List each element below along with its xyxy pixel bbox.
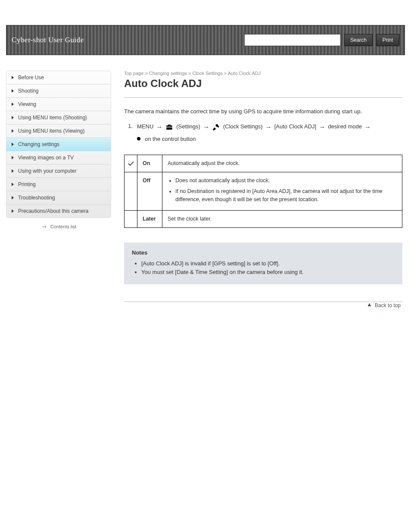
arrow-right-icon: → — [319, 122, 325, 132]
chevron-right-icon — [12, 156, 14, 159]
table-row: On Automatically adjust the clock. — [125, 155, 402, 172]
step-subline-text: on the control button — [145, 135, 196, 144]
sidebar-item-label: Using MENU items (Viewing) — [18, 128, 84, 134]
sidebar-item-changing-settings[interactable]: Changing settings — [6, 138, 111, 151]
row-label: Off — [143, 177, 150, 184]
arrow-right-icon: → — [364, 122, 371, 132]
menu-part: (Clock Settings) — [223, 122, 263, 131]
row-desc: Automatically adjust the clock. — [168, 160, 240, 166]
list-item: Does not automatically adjust the clock. — [175, 177, 397, 185]
row-desc: Set the clock later. — [168, 216, 212, 222]
arrow-right-icon: → — [41, 223, 48, 230]
arrow-right-icon: → — [265, 122, 272, 132]
row-desc-cell: Does not automatically adjust the clock.… — [162, 172, 402, 211]
menu-part: MENU — [137, 122, 153, 131]
sidebar-item-label: Troubleshooting — [18, 195, 55, 201]
chevron-right-icon — [12, 143, 14, 146]
procedure-steps: 1. MENU → (Settings) → (Clock Settings — [124, 122, 402, 144]
header-bar: Cyber-shot User Guide Search Print — [6, 25, 405, 55]
back-to-top[interactable]: ▲ Back to top — [124, 302, 402, 308]
sidebar-item-printing[interactable]: Printing — [6, 178, 111, 191]
triangle-up-icon: ▲ — [367, 301, 372, 308]
sidebar-item-menu-viewing[interactable]: Using MENU items (Viewing) — [6, 124, 111, 138]
arrow-right-icon: → — [203, 122, 209, 132]
list-item: If no Destination is registered in [Auto… — [175, 187, 397, 204]
chevron-right-icon — [12, 89, 14, 93]
menu-part: (Settings) — [176, 122, 200, 131]
arrow-right-icon: → — [156, 122, 162, 132]
sidebar-item-label: Viewing — [18, 101, 36, 107]
menu-path: MENU → (Settings) → (Clock Settings) → [… — [137, 122, 371, 132]
sidebar-item-menu-shooting[interactable]: Using MENU items (Shooting) — [6, 111, 111, 124]
settings-table: On Automatically adjust the clock. Off D… — [124, 155, 402, 228]
chevron-right-icon — [12, 183, 14, 186]
chevron-right-icon — [12, 129, 14, 133]
row-desc-cell: Automatically adjust the clock. — [162, 155, 402, 172]
list-item: [Auto Clock ADJ] is invalid if [GPS sett… — [141, 259, 395, 268]
sidebar-item-viewing-tv[interactable]: Viewing images on a TV — [6, 151, 111, 165]
breadcrumb: Top page > Changing settings > Clock Set… — [124, 71, 402, 76]
chevron-right-icon — [12, 116, 14, 119]
row-label-cell: Later — [137, 211, 162, 228]
row-desc-list: Does not automatically adjust the clock.… — [168, 177, 397, 203]
sidebar-item-label: Using with your computer — [18, 168, 76, 174]
menu-part: [Auto Clock ADJ] — [274, 122, 317, 131]
brand-title: Cyber-shot User Guide — [12, 36, 84, 44]
row-icon-cell — [125, 211, 137, 228]
sidebar-item-label: Changing settings — [18, 141, 59, 147]
sidebar-item-label: Shooting — [18, 88, 38, 94]
header-controls: Search Print — [244, 34, 399, 46]
procedure-step: 1. MENU → (Settings) → (Clock Settings — [124, 122, 402, 144]
sidebar-item-label: Before Use — [18, 75, 44, 81]
notes-box: Notes [Auto Clock ADJ] is invalid if [GP… — [124, 243, 402, 284]
sidebar-item-shooting[interactable]: Shooting — [6, 84, 111, 98]
row-label-cell: Off — [137, 172, 162, 211]
toolbox-icon — [165, 123, 174, 131]
row-icon-cell — [125, 155, 137, 172]
sidebar-item-label: Printing — [18, 181, 36, 187]
sidebar-item-label: Viewing images on a TV — [18, 155, 74, 161]
tools-icon — [212, 123, 221, 131]
row-desc-cell: Set the clock later. — [162, 211, 402, 228]
back-to-top-label: Back to top — [375, 302, 401, 308]
sidebar-item-label: Precautions/About this camera — [18, 208, 88, 214]
list-item: You must set [Date & Time Setting] on th… — [141, 268, 395, 277]
sidebar-nav: Before Use Shooting Viewing Using MENU i… — [6, 71, 111, 218]
sidebar-item-label: Using MENU items (Shooting) — [18, 115, 87, 121]
sidebar-item-precautions[interactable]: Precautions/About this camera — [6, 205, 111, 218]
notes-heading: Notes — [132, 249, 395, 256]
chevron-right-icon — [12, 169, 14, 173]
contents-list-link[interactable]: → Contents list — [6, 223, 111, 230]
check-icon — [127, 160, 135, 166]
table-row: Off Does not automatically adjust the cl… — [125, 172, 402, 211]
chevron-right-icon — [12, 103, 14, 106]
sidebar: Before Use Shooting Viewing Using MENU i… — [6, 71, 111, 308]
row-label-cell: On — [137, 155, 162, 172]
chevron-right-icon — [12, 76, 14, 79]
divider — [124, 97, 402, 98]
page-title: Auto Clock ADJ — [124, 78, 402, 90]
chevron-right-icon — [12, 196, 14, 199]
print-button[interactable]: Print — [376, 34, 399, 46]
sidebar-item-computer[interactable]: Using with your computer — [6, 165, 111, 178]
sidebar-item-viewing[interactable]: Viewing — [6, 98, 111, 111]
step-subline: on the control button — [137, 135, 402, 144]
step-number: 1. — [124, 122, 133, 131]
sidebar-item-troubleshooting[interactable]: Troubleshooting — [6, 191, 111, 205]
sidebar-item-before-use[interactable]: Before Use — [6, 71, 111, 84]
menu-part: desired mode — [328, 122, 362, 131]
search-button[interactable]: Search — [344, 34, 373, 46]
row-label: Later — [143, 216, 156, 222]
intro-text: The camera maintains the correct time by… — [124, 107, 402, 116]
notes-list: [Auto Clock ADJ] is invalid if [GPS sett… — [132, 259, 395, 277]
chevron-right-icon — [12, 209, 14, 213]
row-icon-cell — [125, 172, 137, 211]
row-label: On — [143, 160, 150, 166]
bullet-icon — [137, 137, 140, 140]
table-row: Later Set the clock later. — [125, 211, 402, 228]
main-content: Top page > Changing settings > Clock Set… — [124, 71, 402, 308]
search-input[interactable] — [244, 34, 341, 46]
contents-list-label: Contents list — [50, 224, 77, 229]
